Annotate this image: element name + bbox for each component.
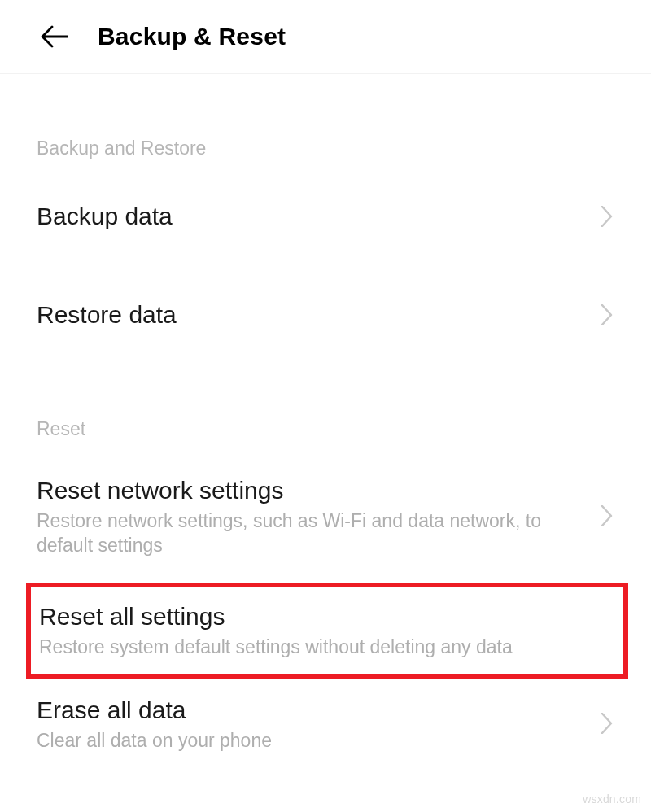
page-title: Backup & Reset <box>98 23 286 50</box>
item-reset-all[interactable]: Reset all settings Restore system defaul… <box>39 600 615 660</box>
item-restore-data[interactable]: Restore data <box>0 282 651 347</box>
section-header-backup: Backup and Restore <box>0 123 651 184</box>
back-button[interactable] <box>41 23 68 50</box>
item-desc: Clear all data on your phone <box>37 729 575 753</box>
arrow-left-icon <box>41 25 68 48</box>
chevron-right-icon <box>600 303 614 327</box>
item-desc: Restore network settings, such as Wi-Fi … <box>37 509 575 558</box>
item-label: Restore data <box>37 299 575 330</box>
item-desc: Restore system default settings without … <box>39 635 615 660</box>
item-label: Backup data <box>37 200 575 232</box>
item-label: Reset all settings <box>39 600 615 632</box>
item-label: Reset network settings <box>37 474 575 506</box>
content-area: Backup and Restore Backup data Restore d… <box>0 74 651 763</box>
header-bar: Backup & Reset <box>0 0 651 74</box>
chevron-right-icon <box>600 204 614 229</box>
highlight-reset-all: Reset all settings Restore system defaul… <box>26 583 628 679</box>
watermark: wsxdn.com <box>583 792 641 805</box>
item-reset-network[interactable]: Reset network settings Restore network s… <box>0 465 651 571</box>
section-header-reset: Reset <box>0 404 651 465</box>
item-erase-all[interactable]: Erase all data Clear all data on your ph… <box>0 686 651 763</box>
chevron-right-icon <box>600 504 614 528</box>
chevron-right-icon <box>600 711 614 736</box>
item-backup-data[interactable]: Backup data <box>0 184 651 248</box>
item-label: Erase all data <box>37 694 575 726</box>
